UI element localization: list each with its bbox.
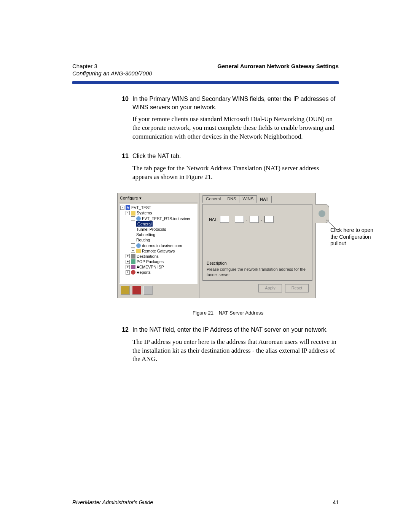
destinations-icon	[131, 254, 135, 259]
step-12-p2: The IP address you enter here is the add…	[132, 338, 339, 364]
description-label: Description	[207, 260, 308, 266]
tree-root[interactable]: FVT_TEST	[131, 205, 151, 210]
isp-icon	[131, 265, 135, 269]
tree-expand-icon[interactable]: +	[126, 254, 130, 258]
step-number: 12	[117, 326, 129, 367]
tree-item-routing[interactable]: Routing	[136, 237, 150, 243]
tree-item-tunnel[interactable]: Tunnel Protocols	[136, 227, 166, 232]
nat-ip-octet-2[interactable]	[235, 216, 244, 223]
tree-toolbar	[119, 284, 198, 296]
globe-icon	[136, 216, 141, 221]
toolbar-icon-3[interactable]	[143, 286, 153, 295]
tree-isp[interactable]: ACMEVPN ISP	[137, 264, 164, 270]
root-icon: A	[126, 205, 130, 210]
nat-field-label: NAT:	[209, 217, 218, 222]
reset-button[interactable]: Reset	[285, 284, 309, 292]
tree-expand-icon[interactable]: +	[131, 249, 135, 253]
settings-tabs: General DNS WINS NAT	[202, 195, 312, 203]
step-11-p2: The tab page for the Network Address Tra…	[132, 164, 339, 182]
figure-title: NAT Server Address	[219, 310, 263, 316]
tree-expand-icon[interactable]: +	[131, 243, 135, 248]
tree-host[interactable]: FVT_TEST_RTS.indusriver	[142, 216, 191, 221]
tree-item-doorms[interactable]: doorms.indusriver.com	[142, 243, 182, 248]
pullout-icon	[319, 210, 325, 217]
page-number: 41	[333, 499, 339, 505]
tree-collapse-icon[interactable]: -	[126, 211, 130, 215]
step-12-p1: In the NAT field, enter the IP Address o…	[132, 326, 339, 334]
tree-pop[interactable]: POP Packages	[137, 259, 164, 264]
apply-button[interactable]: Apply	[258, 284, 282, 292]
step-10-p2: If your remote clients use standard Micr…	[132, 115, 339, 141]
step-11-p1: Click the NAT tab.	[132, 152, 339, 160]
step-number: 10	[117, 95, 129, 145]
figure-label: Figure 21	[193, 310, 213, 316]
tree-expand-icon[interactable]: +	[126, 265, 130, 269]
tree-expand-icon[interactable]: +	[126, 260, 130, 264]
section-title: General Aurorean Network Gateway Setting…	[217, 63, 339, 69]
tree-item-subnet[interactable]: Subnetting	[136, 232, 155, 237]
tab-dns[interactable]: DNS	[224, 195, 239, 203]
globe-icon	[136, 243, 141, 248]
chapter-label: Chapter 3	[72, 63, 97, 69]
toolbar-icon-1[interactable]	[121, 286, 130, 295]
folder-icon	[136, 249, 141, 253]
tab-general[interactable]: General	[202, 195, 224, 203]
tab-nat[interactable]: NAT	[256, 196, 272, 203]
tree-collapse-icon[interactable]: -	[131, 216, 135, 220]
pop-icon	[131, 259, 135, 264]
reports-icon	[131, 270, 135, 275]
figure-caption: Figure 21 NAT Server Address	[117, 310, 339, 316]
tree-systems[interactable]: Systems	[137, 210, 152, 216]
nat-tab-body: NAT: . . . Description Please configure …	[202, 204, 312, 281]
toolbar-icon-2[interactable]	[132, 286, 141, 295]
tree-item-remote[interactable]: Remote Gateways	[142, 248, 175, 254]
nat-ip-octet-3[interactable]	[250, 216, 259, 223]
tree-pane-header[interactable]: Configure ▾	[119, 195, 198, 203]
tree-expand-icon[interactable]: +	[126, 270, 130, 275]
config-tree[interactable]: -AFVT_TEST -Systems -FVT_TEST_RTS.indusr…	[119, 204, 198, 284]
tab-wins[interactable]: WINS	[239, 195, 257, 203]
tree-reports[interactable]: Reports	[137, 270, 151, 275]
step-number: 11	[117, 152, 129, 185]
step-12: 12 In the NAT field, enter the IP Addres…	[117, 326, 339, 367]
tree-item-general[interactable]: General	[136, 221, 153, 227]
tree-destinations[interactable]: Destinations	[137, 254, 159, 259]
header-subtitle: Configuring an ANG-3000/7000	[72, 70, 339, 77]
tree-collapse-icon[interactable]: -	[120, 206, 124, 210]
figure-21-screenshot: Configure ▾ -AFVT_TEST -Systems -FVT_TES…	[117, 193, 339, 298]
description-text: Please configure the network translation…	[207, 267, 308, 277]
step-10-p1: In the Primary WINS and Secondary WINS f…	[132, 95, 339, 111]
folder-icon	[131, 211, 135, 216]
footer-guide-title: RiverMaster Administrator's Guide	[72, 499, 153, 505]
nat-ip-octet-1[interactable]	[220, 216, 229, 223]
step-11: 11 Click the NAT tab. The tab page for t…	[117, 152, 339, 185]
divider-wave	[72, 81, 339, 84]
callout-text: Click here to open the Configuration pul…	[330, 227, 380, 247]
step-10: 10 In the Primary WINS and Secondary WIN…	[117, 95, 339, 145]
nat-ip-octet-4[interactable]	[264, 216, 274, 223]
